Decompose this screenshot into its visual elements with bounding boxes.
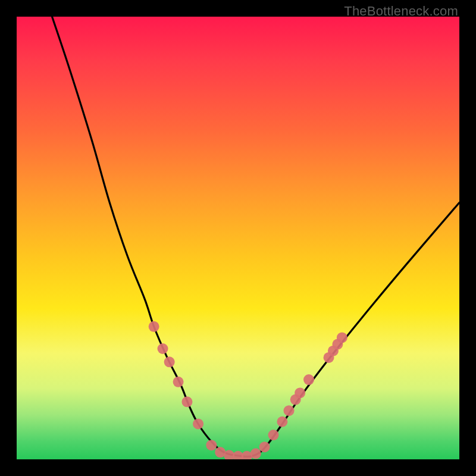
data-marker xyxy=(206,440,217,450)
marker-group xyxy=(149,321,347,459)
attribution-label: TheBottleneck.com xyxy=(344,4,458,19)
chart-frame: TheBottleneck.com xyxy=(0,0,476,476)
data-marker xyxy=(259,441,270,452)
data-marker xyxy=(158,343,168,354)
data-marker xyxy=(303,374,314,385)
bottleneck-curve xyxy=(52,17,459,457)
data-marker xyxy=(164,356,175,367)
data-marker xyxy=(277,416,287,427)
data-marker xyxy=(193,418,203,429)
data-marker xyxy=(337,332,347,343)
data-marker xyxy=(173,377,184,387)
data-marker xyxy=(268,430,279,440)
data-marker xyxy=(284,405,295,416)
bottleneck-curve-svg xyxy=(17,17,459,459)
data-marker xyxy=(149,321,159,332)
data-marker xyxy=(181,396,192,407)
data-marker xyxy=(295,387,305,398)
plot-area xyxy=(17,17,459,459)
data-marker xyxy=(250,448,261,459)
curve-group xyxy=(52,17,459,457)
